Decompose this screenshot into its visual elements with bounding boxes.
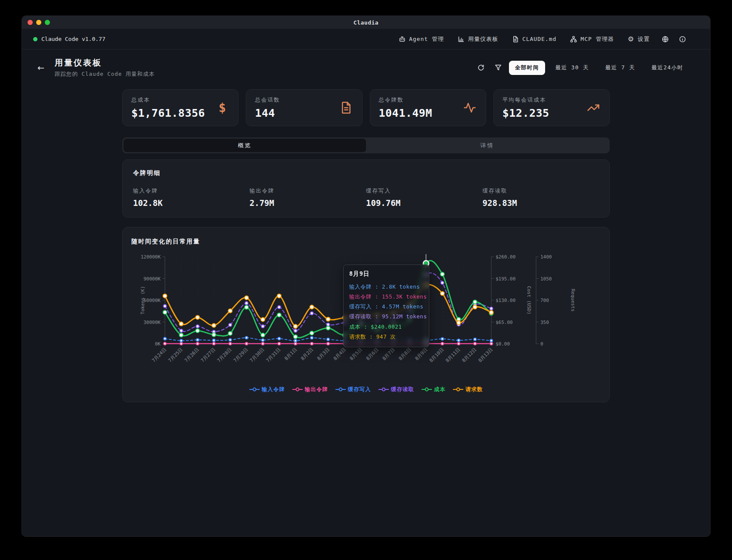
- svg-text:8月10日: 8月10日: [428, 347, 445, 364]
- svg-text:Cost (USD): Cost (USD): [526, 286, 532, 314]
- stat-label: 总会话数: [255, 96, 280, 104]
- window-title: Claudia: [354, 19, 378, 26]
- svg-text:8月9日: 8月9日: [414, 347, 428, 361]
- filter-last-7-days[interactable]: 最近 7 天: [599, 61, 641, 75]
- svg-text:7月28日: 7月28日: [216, 347, 233, 364]
- svg-text:8月7日: 8月7日: [382, 347, 396, 361]
- network-icon: [570, 36, 577, 43]
- tooltip-row-cost: 成本$240.0021: [349, 322, 423, 332]
- breakdown-label: 缓存写入: [366, 187, 483, 195]
- svg-text:8月3日: 8月3日: [316, 347, 331, 361]
- tooltip-row-requests: 请求数947 次: [349, 332, 423, 342]
- minimize-window-button[interactable]: [36, 20, 41, 25]
- close-window-button[interactable]: [28, 20, 33, 25]
- tab-overview[interactable]: 概览: [124, 139, 366, 152]
- svg-text:8月13日: 8月13日: [477, 347, 494, 364]
- legend-requests: 请求数: [453, 386, 483, 393]
- header-controls: 全部时间 最近 30 天 最近 7 天 最近24小时: [475, 61, 689, 75]
- info-button[interactable]: [676, 32, 689, 46]
- stat-value: 144: [255, 107, 280, 119]
- breakdown-label: 缓存读取: [483, 187, 599, 195]
- svg-text:$195.00: $195.00: [496, 276, 515, 282]
- menu-item-agents[interactable]: Agent 管理: [394, 32, 449, 46]
- menu-item-settings[interactable]: ⚙ 设置: [623, 32, 655, 46]
- stat-value: $1,761.8356: [131, 107, 205, 119]
- menu-item-label: MCP 管理器: [580, 35, 614, 43]
- menubar: Claude Code v1.0.77 Agent 管理 用量仪表板: [22, 29, 710, 50]
- menu-item-label: CLAUDE.md: [522, 36, 556, 42]
- breakdown-label: 输出令牌: [250, 187, 366, 195]
- legend-cache-read: 缓存读取: [378, 386, 414, 393]
- tooltip-row-input: 输入令牌2.8K tokens: [349, 282, 423, 292]
- bar-chart-icon: [458, 36, 465, 43]
- breakdown-cache-write: 缓存写入 109.76M: [366, 187, 483, 208]
- page-header: ← 用量仪表板 跟踪您的 Claude Code 用量和成本 全部时间 最近 3…: [22, 50, 710, 86]
- stat-card-total-tokens: 总令牌数 1041.49M: [370, 89, 486, 126]
- svg-text:700: 700: [540, 298, 549, 303]
- filter-last-24-hours[interactable]: 最近24小时: [645, 61, 689, 75]
- titlebar: Claudia: [22, 16, 710, 29]
- menu-item-label: Agent 管理: [409, 35, 444, 43]
- back-button[interactable]: ←: [33, 60, 49, 75]
- breakdown-cache-read: 缓存读取 928.83M: [483, 187, 599, 208]
- svg-text:$260.00: $260.00: [496, 254, 515, 260]
- svg-text:350: 350: [540, 320, 549, 325]
- file-text-icon: [339, 100, 354, 115]
- svg-text:7月24日: 7月24日: [151, 347, 167, 364]
- menu-item-claude-md[interactable]: CLAUDE.md: [507, 33, 561, 46]
- breakdown-value: 109.76M: [366, 198, 483, 208]
- tab-details[interactable]: 详情: [366, 139, 608, 152]
- menu-item-mcp-manager[interactable]: MCP 管理器: [565, 32, 619, 46]
- bot-icon: [399, 36, 406, 43]
- globe-icon: [662, 36, 669, 43]
- svg-text:8月4日: 8月4日: [332, 347, 347, 361]
- tooltip-row-cache-read: 缓存读取95.12M tokens: [349, 311, 423, 321]
- svg-text:60000K: 60000K: [143, 298, 161, 303]
- menu-item-usage-dashboard[interactable]: 用量仪表板: [453, 32, 503, 46]
- status-dot-icon: [33, 37, 37, 41]
- legend-input-tokens: 输入令牌: [249, 386, 285, 393]
- svg-text:7月30日: 7月30日: [249, 347, 266, 364]
- maximize-window-button[interactable]: [45, 20, 50, 25]
- app-status: Claude Code v1.0.77: [33, 36, 105, 42]
- breakdown-value: 928.83M: [483, 198, 599, 208]
- filter-all-time[interactable]: 全部时间: [509, 61, 545, 75]
- gear-icon: ⚙: [628, 36, 634, 43]
- filter-button[interactable]: [492, 61, 505, 74]
- page-title: 用量仪表板: [55, 57, 155, 68]
- stat-value: $12.235: [502, 107, 549, 119]
- menu-item-label: 设置: [638, 35, 650, 43]
- info-icon: [679, 36, 686, 43]
- filter-last-30-days[interactable]: 最近 30 天: [549, 61, 595, 75]
- stat-card-total-sessions: 总会话数 144: [246, 89, 362, 126]
- page-subtitle: 跟踪您的 Claude Code 用量和成本: [55, 71, 155, 78]
- svg-text:7月29日: 7月29日: [233, 347, 249, 364]
- legend-cache-write: 缓存写入: [335, 386, 371, 393]
- dollar-icon: $: [215, 100, 230, 115]
- svg-text:8月12日: 8月12日: [461, 347, 478, 364]
- breakdown-output-tokens: 输出令牌 2.79M: [250, 187, 366, 208]
- tabs: 概览 详情: [122, 137, 610, 153]
- svg-text:120000K: 120000K: [141, 254, 161, 260]
- token-breakdown-panel: 令牌明细 输入令牌 102.8K 输出令牌 2.79M 缓存写入 109.76M…: [122, 159, 610, 218]
- stat-card-avg-cost-per-session: 平均每会话成本 $12.235: [493, 89, 610, 126]
- funnel-icon: [495, 64, 502, 71]
- svg-text:90000K: 90000K: [143, 276, 161, 282]
- menubar-items: Agent 管理 用量仪表板 CLAUDE.md MCP 管理器: [394, 32, 689, 46]
- app-window: Claudia Claude Code v1.0.77 Agent 管理 用量仪…: [22, 16, 710, 537]
- svg-text:$0.00: $0.00: [496, 341, 510, 347]
- breakdown-label: 输入令牌: [133, 187, 250, 195]
- language-button[interactable]: [658, 32, 672, 46]
- svg-text:30000K: 30000K: [143, 320, 161, 325]
- svg-text:$130.00: $130.00: [496, 298, 515, 303]
- svg-text:7月31日: 7月31日: [265, 347, 282, 364]
- refresh-icon: [478, 64, 484, 71]
- tooltip-row-cache-write: 缓存写入4.57M tokens: [349, 302, 423, 311]
- breakdown-input-tokens: 输入令牌 102.8K: [133, 187, 250, 208]
- svg-text:8月5日: 8月5日: [349, 347, 363, 361]
- chart-tooltip: 8月9日 输入令牌2.8K tokens 输出令牌155.3K tokens 缓…: [343, 264, 429, 347]
- stat-card-total-cost: 总成本 $1,761.8356 $: [122, 89, 239, 126]
- refresh-button[interactable]: [475, 61, 487, 74]
- tooltip-row-output: 输出令牌155.3K tokens: [349, 292, 423, 302]
- legend-cost: 成本: [422, 386, 446, 393]
